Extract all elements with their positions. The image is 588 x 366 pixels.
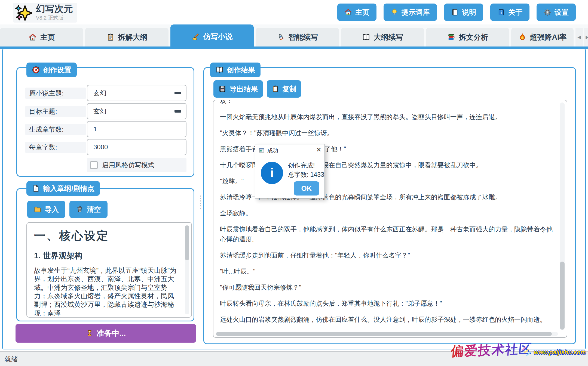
outline-textarea[interactable]: 一、核心设定 1. 世界观架构 故事发生于“九州玄境”，此界以五座“镇天山脉”为…: [26, 222, 192, 318]
topbar-prompt-library-label: 提示词库: [402, 8, 430, 17]
result-paragraph: 远处火山口的岩浆突然剧烈翻涌，仿佛在回应着什么。没人注意到，叶辰的影子深处，一缕…: [220, 315, 553, 325]
target-icon: [32, 66, 40, 74]
topbar-settings-label: 设置: [555, 8, 569, 17]
target-theme-select[interactable]: 玄幻: [87, 103, 186, 119]
import-button[interactable]: 导入: [27, 201, 65, 218]
open-book-icon: [362, 33, 370, 41]
result-vscrollbar-thumb[interactable]: [560, 262, 565, 330]
result-text: 双：一团火焰毫无预兆地从叶辰体内爆发而出，直接吞没了黑熊的拳头。盗匪头目惨叫一声…: [220, 100, 553, 331]
copy-button-label: 复制: [282, 84, 296, 94]
dropdown-indicator-icon: [174, 110, 181, 113]
tab-smart-continue[interactable]: 智能续写: [256, 28, 339, 46]
generate-button-label: 准备中...: [97, 328, 126, 339]
style-imitate-checkbox[interactable]: [90, 161, 98, 169]
tab-imitate-novel-label: 仿写小说: [203, 32, 233, 42]
dialog-message-line1: 创作完成!: [288, 161, 315, 170]
result-paragraph: 双：: [220, 100, 553, 106]
success-dialog-title: 成功: [267, 147, 278, 154]
target-theme-value: 玄幻: [93, 107, 106, 116]
tab-imitate-novel[interactable]: 仿写小说: [170, 24, 254, 49]
source-theme-value: 玄幻: [93, 89, 106, 97]
outline-panel-header: 输入章纲/剧情点: [26, 181, 100, 196]
app-window: 幻写次元 V8.2 正式版 主页 提示词库 说明 关于: [0, 0, 588, 366]
outline-panel: 导入 清空 一、核心设定 1. 世界观架构 故事发生于“九州玄境”，此界以五座“…: [16, 188, 194, 321]
tab-scroll-right-button[interactable]: ▶: [584, 28, 588, 46]
result-panel-header: 创作结果: [210, 63, 261, 77]
status-text: 就绪: [4, 355, 18, 364]
home-icon: [29, 33, 37, 41]
topbar-about-button[interactable]: 关于: [490, 4, 529, 21]
tab-outline-continue[interactable]: 大纲续写: [341, 28, 424, 46]
tab-scroll-left-button[interactable]: ◀: [575, 28, 583, 46]
result-panel-title: 创作结果: [227, 65, 255, 75]
result-paragraph: "叶...叶辰。": [220, 266, 553, 277]
outline-scrollbar-thumb[interactable]: [185, 225, 189, 260]
topbar-about-label: 关于: [508, 8, 522, 17]
style-imitate-checkbox-row: 启用风格仿写模式: [87, 158, 186, 172]
about-icon: [497, 8, 505, 16]
result-hscrollbar-track[interactable]: [216, 332, 558, 336]
result-vscrollbar-track[interactable]: [560, 103, 565, 330]
app-title: 幻写次元: [36, 4, 73, 14]
outline-scrollbar-track[interactable]: [185, 225, 189, 314]
words-per-chapter-value: 3000: [93, 143, 108, 151]
outline-heading-1: 一、核心设定: [34, 228, 180, 243]
topbar-home-label: 主页: [355, 8, 369, 17]
result-paragraph: 叶辰转头看向母亲，在林氏鼓励的点头后，郑重其事地跪下行礼："弟子愿意！": [220, 299, 553, 309]
tab-text-analysis[interactable]: 拆文分析: [426, 28, 509, 46]
tab-outline-deconstruct[interactable]: 拆解大纲: [85, 28, 169, 46]
import-button-label: 导入: [45, 205, 59, 214]
trash-icon: [76, 206, 84, 213]
target-theme-label: 目标主题:: [25, 106, 86, 117]
dialog-message-line2: 总字数: 1433: [288, 170, 324, 179]
bulb-icon: [391, 8, 398, 16]
fire-icon: [518, 33, 526, 41]
clear-button[interactable]: 清空: [69, 201, 108, 218]
tab-outline-continue-label: 大纲续写: [374, 32, 403, 42]
success-dialog-titlebar[interactable]: 成功 ×: [255, 144, 324, 156]
watermark-url: www.paijishu.com: [534, 349, 586, 356]
settings-panel-header: 创作设置: [26, 63, 77, 77]
copy-button[interactable]: 复制: [267, 80, 301, 98]
sparkle-lines-icon: [521, 347, 532, 355]
topbar-settings-button[interactable]: 设置: [537, 4, 576, 21]
result-paragraph: 全场寂静。: [220, 208, 553, 218]
outline-body-text: 故事发生于“九州玄境”，此界以五座“镇天山脉”为界，划分出东炎、西漠、南泽、北寒…: [34, 266, 180, 317]
floppy-disk-icon: [219, 85, 226, 93]
tab-home-label: 主页: [40, 32, 55, 42]
topbar-manual-button[interactable]: 说明: [444, 4, 483, 21]
content-container: 创作设置 原小说主题: 玄幻 目标主题: 玄幻 生成章节数: 1 每章字数: 3…: [2, 49, 586, 349]
dropdown-indicator-icon: [174, 92, 181, 94]
words-per-chapter-input[interactable]: 3000: [87, 139, 186, 155]
tab-reduce-ai-rate-label: 超强降AI率: [530, 32, 567, 42]
topbar-home-button[interactable]: 主页: [337, 4, 376, 21]
result-paragraph: "火灵体？！"苏清瑶眼中闪过一丝惊讶。: [220, 128, 553, 138]
tab-text-analysis-label: 拆文分析: [459, 32, 488, 42]
tab-reduce-ai-rate[interactable]: 超强降AI率: [511, 28, 574, 46]
result-paragraph: 叶辰震惊地看着自己的双手，他能感觉到，体内似乎有什么东西正在苏醒。那是一种古老而…: [220, 224, 553, 244]
result-hscrollbar-thumb[interactable]: [216, 332, 552, 336]
export-result-label: 导出结果: [229, 84, 258, 94]
words-per-chapter-label: 每章字数:: [25, 142, 86, 153]
books-icon: [447, 33, 455, 41]
watermark: 偏爱技术社区 www.paijishu.com: [451, 342, 586, 359]
close-icon[interactable]: ×: [316, 145, 321, 154]
outline-panel-title: 输入章纲/剧情点: [43, 184, 94, 193]
result-textarea[interactable]: 双：一团火焰毫无预兆地从叶辰体内爆发而出，直接吞没了黑熊的拳头。盗匪头目惨叫一声…: [213, 100, 567, 338]
info-icon: i: [261, 162, 283, 184]
rocket-icon: [277, 33, 285, 41]
export-result-button[interactable]: 导出结果: [213, 80, 263, 98]
window-icon: [259, 147, 265, 153]
source-theme-select[interactable]: 玄幻: [87, 85, 186, 101]
success-dialog: 成功 × i 创作完成! 总字数: 1433 OK: [255, 144, 325, 198]
app-logo: 幻写次元 V8.2 正式版: [13, 3, 77, 23]
chapter-count-input[interactable]: 1: [87, 121, 186, 137]
folder-icon: [34, 206, 41, 213]
generate-button[interactable]: 准备中...: [16, 324, 196, 343]
settings-panel: 原小说主题: 玄幻 目标主题: 玄幻 生成章节数: 1 每章字数: 3000 启…: [16, 67, 194, 177]
tab-home[interactable]: 主页: [0, 28, 83, 46]
panel-splitter-handle[interactable]: [200, 196, 201, 209]
ok-button[interactable]: OK: [294, 181, 319, 196]
topbar-prompt-library-button[interactable]: 提示词库: [384, 4, 437, 21]
home-icon: [344, 8, 352, 16]
